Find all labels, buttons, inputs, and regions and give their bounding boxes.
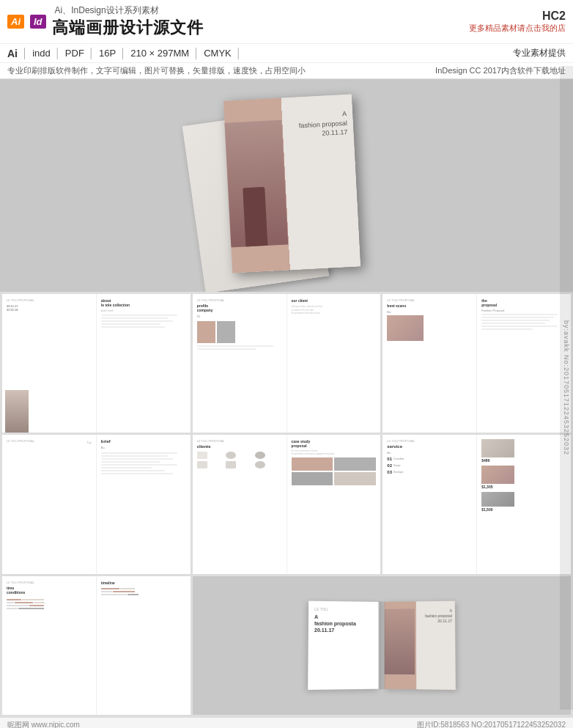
- tag-ai: Ai: [7, 48, 18, 59]
- header: Ai Id Ai、InDesign设计系列素材 高端画册设计源文件 HC2 更多…: [0, 0, 573, 79]
- bottom-right-text: 图片ID:5818563 NO:20170517122453252032: [417, 720, 566, 729]
- book-person-image: [225, 120, 289, 248]
- thumb-1: LE TOLI PROPOSAL 29.11.1723.01.18 aboutl…: [2, 294, 191, 433]
- side-watermark-text: by:avakk No:20170517122453252032: [563, 320, 570, 455]
- thumb-5: LE TOLI PROPOSAL clients case studypropo…: [193, 435, 381, 573]
- tag-size: 210 × 297MM: [130, 48, 189, 59]
- thumb-6: LE TOLI PROPOSAL service Bo. 01 Consulta…: [382, 435, 571, 573]
- tag-color: CMYK: [204, 48, 232, 59]
- thumb-2: LE TOLI PROPOSAL profilecompany 01 our c…: [193, 294, 381, 433]
- side-watermark: by:avakk No:20170517122453252032: [560, 66, 573, 710]
- thumbnails-grid: LE TOLI PROPOSAL 29.11.1723.01.18 aboutl…: [0, 292, 573, 717]
- thumb-7: LE TOLI PROPOSAL timeconditions: [2, 576, 191, 715]
- header-pro-label: 专业素材提供: [513, 47, 566, 59]
- desc-left: 专业印刷排版软件制作，文字可编辑，图片可替换，矢量排版，速度快，占用空间小: [7, 65, 306, 76]
- header-top: Ai Id Ai、InDesign设计系列素材 高端画册设计源文件 HC2 更多…: [0, 0, 573, 43]
- book-mockup: A fashion proposal 20.11.17: [155, 98, 418, 273]
- thumb-4: LE TOLI PROPOSAL Top brief Bo.: [2, 435, 191, 573]
- logo-ai: Ai: [7, 15, 24, 29]
- main-preview: A fashion proposal 20.11.17: [0, 79, 573, 292]
- thumb-3: LE TOLI PROPOSAL best scans Bo. thepropo…: [382, 294, 571, 433]
- header-subtitle: Ai、InDesign设计系列素材: [55, 4, 204, 17]
- header-more-text: 更多精品素材请点击我的店: [469, 23, 566, 34]
- desc-right: InDesign CC 2017内含软件下载地址: [435, 65, 566, 76]
- hc-code: HC2: [542, 10, 566, 23]
- tag-pdf: PDF: [65, 48, 84, 59]
- header-desc: 专业印刷排版软件制作，文字可编辑，图片可替换，矢量排版，速度快，占用空间小 In…: [0, 62, 573, 78]
- book-front-text: A fashion proposal 20.11.17: [298, 109, 348, 139]
- header-tags: Ai │ indd │ PDF │ 16P │ 210 × 297MM │ CM…: [0, 43, 573, 62]
- header-right: HC2 更多精品素材请点击我的店: [469, 10, 566, 34]
- header-titles: Ai、InDesign设计系列素材 高端画册设计源文件: [52, 4, 204, 39]
- bottom-bar: 昵图网 www.nipic.com 图片ID:5818563 NO:201705…: [0, 717, 573, 728]
- book-front: A fashion proposal 20.11.17: [223, 95, 361, 273]
- book-title: A fashion proposal 20.11.17: [298, 109, 348, 139]
- bottom-left-text: 昵图网 www.nipic.com: [7, 720, 80, 729]
- thumb-8: LE TOLI Afashion proposta20.11.17 A fash…: [193, 576, 571, 715]
- logo-id: Id: [30, 15, 46, 29]
- header-main-title: 高端画册设计源文件: [52, 17, 204, 39]
- tag-indd: indd: [32, 48, 51, 59]
- tag-pages: 16P: [99, 48, 116, 59]
